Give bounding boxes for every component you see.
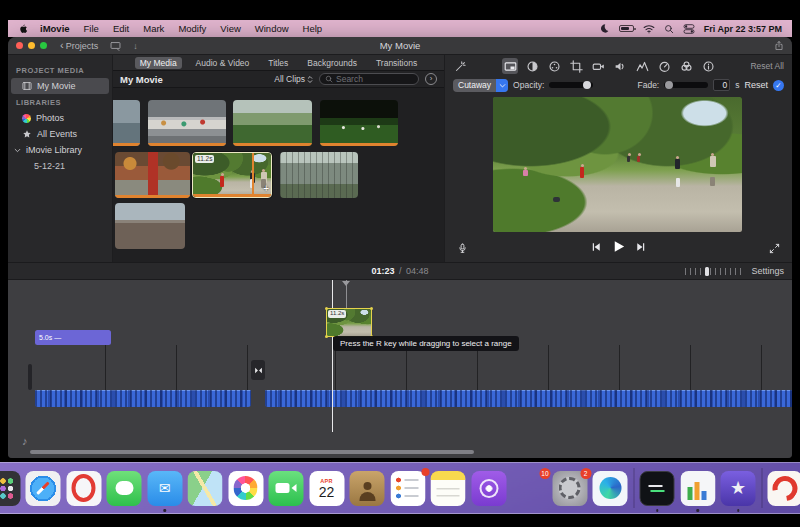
color-balance-icon[interactable] [524,58,540,74]
dock-calendar-icon[interactable]: APR22 [309,471,344,506]
clip-thumbnail-street[interactable] [148,100,226,146]
clip-thumbnail-building[interactable] [115,203,185,249]
voiceover-mic-icon[interactable] [457,242,468,255]
dock-system-settings-icon[interactable]: 2 [552,471,587,506]
timeline-horizontal-scrollbar[interactable] [30,450,474,454]
download-arrow-icon[interactable]: ↓ [133,41,138,51]
sidebar-item-event-5-12-21[interactable]: 5-12-21 [8,158,112,174]
clip-thumbnail-valley[interactable] [233,100,312,146]
clips-filter-dropdown[interactable]: All Clips [274,74,313,84]
dock-facetime-icon[interactable] [269,471,304,506]
tab-titles[interactable]: Titles [263,57,293,69]
dock-numbers-icon[interactable] [680,471,715,506]
share-icon[interactable] [774,40,784,51]
dock-terminal-icon[interactable] [640,471,675,506]
clip-thumbnail-market[interactable] [115,152,190,198]
sidebar-item-imovie-library[interactable]: iMovie Library [8,142,112,158]
clip-thumbnail-soccer[interactable] [320,100,398,146]
enhance-wand-icon[interactable] [453,59,468,74]
back-to-projects-button[interactable]: ‹ Projects [60,41,98,51]
clip-thumbnail-waterfall[interactable] [113,100,140,146]
play-button[interactable] [611,239,626,258]
apple-menu-icon[interactable] [18,22,29,35]
menu-modify[interactable]: Modify [171,23,213,34]
dock-mail-icon[interactable]: ✉ [147,471,182,506]
reset-button[interactable]: Reset [744,80,768,90]
apply-checkmark-icon[interactable]: ✓ [773,80,784,91]
noise-reduction-icon[interactable] [634,58,650,74]
tab-audio-video[interactable]: Audio & Video [191,57,255,69]
color-correction-icon[interactable] [546,58,562,74]
dock-launchpad-icon[interactable] [0,471,20,506]
add-to-timeline-button[interactable]: + [263,184,269,193]
do-not-disturb-moon-icon[interactable] [599,23,610,34]
dock-edge-icon[interactable] [593,471,628,506]
menu-clock[interactable]: Fri Apr 22 3:57 PM [704,24,782,34]
fade-value-field[interactable]: 0 [713,79,730,91]
reset-all-button[interactable]: Reset All [750,61,784,71]
skip-forward-button[interactable] [635,239,647,257]
minimize-button[interactable] [28,42,35,49]
clip-thumbnail-playground[interactable] [280,152,358,198]
dock-messages-icon[interactable] [107,471,142,506]
close-button[interactable] [16,42,23,49]
dock-reminders-icon[interactable] [390,471,425,506]
import-media-icon[interactable] [110,41,121,51]
opacity-slider[interactable] [549,82,593,88]
dock-maps-icon[interactable] [188,471,223,506]
skip-back-button[interactable] [590,239,602,257]
tab-backgrounds[interactable]: Backgrounds [302,57,362,69]
menu-file[interactable]: File [77,23,106,34]
fade-slider[interactable] [664,82,708,88]
battery-icon[interactable] [619,25,634,32]
clip-trim-handle[interactable] [28,364,32,390]
timeline-title-clip[interactable]: 5.0s — [35,330,111,345]
sidebar-item-photos[interactable]: Photos [8,110,112,126]
timeline[interactable]: 5.0s — 11.2s Press the R key while dragg… [8,280,792,458]
fullscreen-button[interactable] [40,42,47,49]
dock-downloads-icon[interactable] [768,471,800,506]
playhead[interactable] [332,280,333,432]
menu-view[interactable]: View [213,23,247,34]
transition-icon[interactable] [251,360,265,380]
dock-imovie-icon[interactable]: ★ [721,471,756,506]
dragged-clip[interactable]: 11.2s [326,308,372,337]
timeline-clip-street[interactable] [35,345,251,407]
menu-window[interactable]: Window [248,23,296,34]
timeline-zoom-slider[interactable] [685,267,741,276]
sidebar-item-my-movie[interactable]: My Movie [11,78,109,94]
speed-icon[interactable] [656,58,672,74]
dock-app-store-icon[interactable]: 10 [512,471,547,506]
hide-browser-button[interactable]: › [425,73,437,85]
video-viewer[interactable] [493,97,742,232]
sidebar-item-all-events[interactable]: All Events [8,126,112,142]
menu-edit[interactable]: Edit [106,23,136,34]
crop-icon[interactable] [568,58,584,74]
menu-mark[interactable]: Mark [136,23,171,34]
overlay-mode-popup[interactable]: Cutaway [453,79,508,92]
tab-transitions[interactable]: Transitions [371,57,422,69]
timeline-clip-football[interactable] [265,345,792,407]
search-input[interactable] [336,74,413,84]
photos-icon [22,114,31,123]
dock-safari-icon[interactable] [26,471,61,506]
menu-imovie[interactable]: iMovie [33,23,77,34]
stabilization-camera-icon[interactable] [590,58,606,74]
overlay-settings-icon[interactable] [502,58,518,74]
fullscreen-expand-icon[interactable] [769,243,780,254]
search-field[interactable] [319,73,419,85]
selected-clip-thumbnail-park[interactable]: 11.2s + [192,152,272,198]
dock-podcasts-icon[interactable] [471,471,506,506]
tab-my-media[interactable]: My Media [135,57,182,69]
control-center-icon[interactable] [683,24,695,34]
dock-notes-icon[interactable] [431,471,466,506]
dock-contacts-icon[interactable] [350,471,385,506]
menu-help[interactable]: Help [296,23,330,34]
dock-opera-icon[interactable] [66,471,101,506]
effects-icon[interactable] [678,58,694,74]
clip-info-icon[interactable] [700,58,716,74]
volume-icon[interactable] [612,58,628,74]
wifi-icon[interactable] [643,24,655,34]
dock-photos-icon[interactable] [228,471,263,506]
spotlight-search-icon[interactable] [664,24,674,34]
